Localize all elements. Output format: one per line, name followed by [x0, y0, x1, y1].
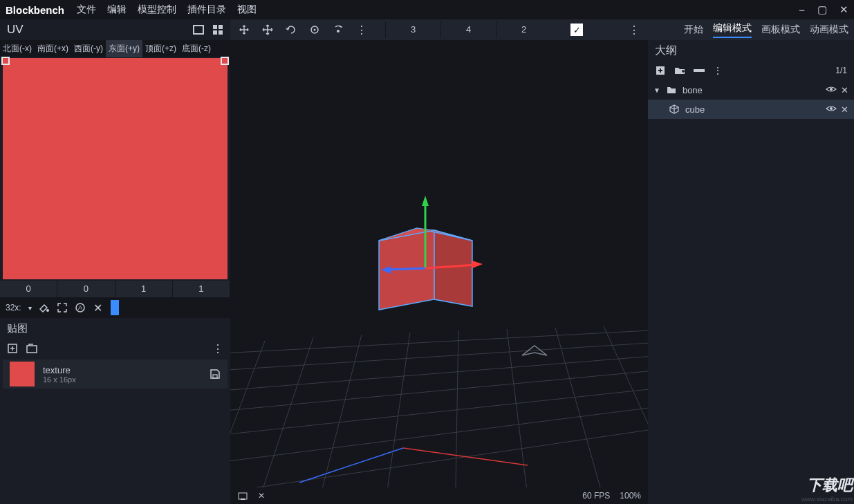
mode-start[interactable]: 开始 [684, 24, 703, 36]
import-texture-icon[interactable] [26, 343, 37, 354]
menu-file[interactable]: 文件 [77, 3, 96, 16]
screenshot-icon[interactable] [237, 490, 248, 501]
move-icon[interactable] [262, 24, 273, 35]
mode-edit[interactable]: 编辑模式 [713, 22, 752, 38]
svg-rect-42 [241, 498, 245, 500]
svg-point-46 [830, 107, 833, 110]
lock-checkbox[interactable]: ✓ [570, 24, 583, 36]
add-cube-icon[interactable] [655, 65, 666, 76]
outliner-more-icon[interactable]: ⋮ [713, 65, 723, 76]
add-folder-icon[interactable] [674, 65, 685, 76]
svg-rect-4 [219, 30, 223, 35]
mode-paint[interactable]: 画板模式 [761, 24, 800, 36]
watermark: 下载吧 www.xiazaiba.com [801, 475, 853, 503]
fill-icon[interactable] [39, 302, 50, 313]
color-chip[interactable] [111, 300, 119, 315]
toolbar-dots-1[interactable]: ⋮ [356, 24, 367, 37]
svg-line-14 [230, 351, 648, 393]
remove-icon[interactable]: ✕ [841, 85, 848, 95]
window-controls: − ▢ ✕ [799, 3, 848, 16]
uv-canvas[interactable] [3, 58, 228, 279]
uv-coords: 0 0 1 1 [0, 281, 230, 297]
pivot-icon[interactable] [333, 24, 344, 35]
coord-y[interactable]: 4 [440, 21, 496, 38]
face-west[interactable]: 西面(-y) [71, 40, 106, 57]
mode-tabs: 开始 编辑模式 画板模式 动画模式 [684, 19, 848, 40]
add-texture-icon[interactable] [7, 343, 18, 354]
uv-zoom[interactable]: 32x: [6, 303, 21, 312]
svg-line-24 [382, 333, 410, 487]
texture-more-icon[interactable]: ⋮ [212, 342, 223, 355]
svg-point-13 [337, 30, 340, 32]
toggle-icon[interactable] [694, 65, 705, 76]
cube-icon [669, 104, 680, 115]
texture-dim: 16 x 16px [43, 375, 201, 384]
pan-icon[interactable] [239, 24, 250, 35]
minimize-icon[interactable]: − [799, 4, 805, 16]
uv-coord-y2[interactable]: 1 [173, 281, 230, 297]
svg-rect-3 [213, 30, 217, 35]
mode-animate[interactable]: 动画模式 [810, 24, 848, 36]
svg-line-39 [388, 268, 425, 270]
uv-fullscreen-icon[interactable] [193, 24, 204, 35]
close-icon[interactable]: ✕ [839, 3, 848, 16]
menu-model[interactable]: 模型控制 [138, 3, 176, 16]
toolbar-dots-2[interactable]: ⋮ [629, 24, 640, 37]
uv-coord-x1[interactable]: 0 [0, 281, 57, 297]
uv-handle-tl[interactable] [1, 57, 10, 65]
coord-x[interactable]: 3 [385, 21, 440, 38]
svg-rect-44 [694, 69, 705, 72]
uv-handle-tr[interactable] [221, 57, 229, 65]
expand-icon[interactable] [57, 302, 68, 313]
app-name: Blockbench [6, 4, 64, 16]
uv-face-tabs: 北面(-x) 南面(+x) 西面(-y) 东面(+y) 顶面(+z) 底面(-z… [0, 40, 230, 57]
rotate-icon[interactable] [286, 24, 297, 35]
face-east[interactable]: 东面(+y) [106, 40, 142, 57]
texture-toolbar: ⋮ [0, 339, 230, 358]
outliner-title: 大纲 [648, 40, 854, 61]
coord-z[interactable]: 2 [496, 21, 551, 38]
svg-rect-41 [239, 493, 247, 499]
svg-line-25 [455, 330, 458, 487]
status-close-icon[interactable]: ✕ [258, 491, 265, 501]
maximize-icon[interactable]: ▢ [817, 3, 827, 16]
uv-coord-x2[interactable]: 1 [115, 281, 173, 297]
outliner-item-cube[interactable]: cube ✕ [648, 100, 854, 119]
remove-icon[interactable]: ✕ [841, 104, 848, 115]
statusbar: ✕ 60 FPS 100% [230, 487, 648, 504]
menu-plugins[interactable]: 插件目录 [187, 3, 226, 16]
uv-coord-y1[interactable]: 0 [57, 281, 115, 297]
chevron-down-icon[interactable]: ▾ [28, 304, 32, 312]
face-south[interactable]: 南面(+x) [35, 40, 71, 57]
svg-marker-36 [422, 196, 429, 206]
svg-line-27 [555, 328, 611, 487]
svg-line-15 [230, 365, 648, 413]
left-panel: UV 北面(-x) 南面(+x) 西面(-y) 东面(+y) 顶面(+z) 底面… [0, 19, 230, 504]
clear-icon[interactable]: ✕ [93, 302, 104, 313]
face-bottom[interactable]: 底面(-z) [179, 40, 214, 57]
uv-title: UV [7, 23, 193, 37]
svg-line-17 [230, 400, 648, 465]
texture-swatch [10, 362, 35, 386]
visibility-icon[interactable] [826, 85, 837, 95]
face-north[interactable]: 北面(-x) [0, 40, 35, 57]
uv-grid-icon[interactable] [212, 24, 223, 35]
face-top[interactable]: 顶面(+z) [142, 40, 179, 57]
save-texture-icon[interactable] [210, 368, 221, 380]
main-menu: 文件 编辑 模型控制 插件目录 视图 [77, 3, 257, 16]
outliner-item-label: bone [683, 85, 703, 95]
scale-icon[interactable] [309, 24, 320, 35]
menu-edit[interactable]: 编辑 [107, 3, 127, 16]
svg-line-19 [230, 339, 648, 372]
outliner-item-bone[interactable]: ▼ bone ✕ [648, 80, 854, 100]
menu-view[interactable]: 视图 [237, 3, 257, 16]
visibility-icon[interactable] [826, 104, 837, 115]
texture-item[interactable]: texture 16 x 16px [3, 360, 228, 389]
auto-uv-icon[interactable]: A [75, 302, 86, 313]
svg-line-21 [230, 341, 265, 487]
outliner-toolbar: ⋮ 1/1 [648, 61, 854, 80]
svg-rect-9 [27, 346, 37, 353]
3d-viewport[interactable] [230, 40, 648, 487]
expand-arrow-icon[interactable]: ▼ [653, 86, 660, 94]
texture-panel-title: 贴图 [0, 318, 230, 339]
